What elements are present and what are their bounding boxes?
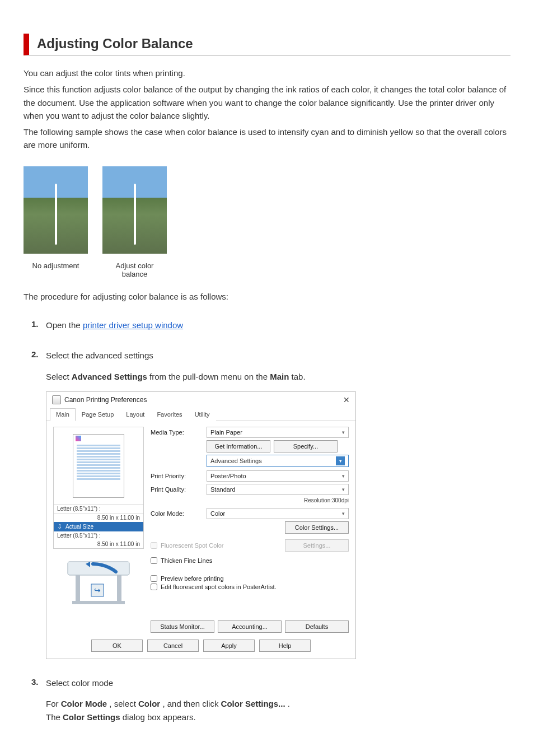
s3-b1: Color Mode xyxy=(61,699,107,708)
s3-t3: , and then click xyxy=(162,699,221,708)
cancel-button[interactable]: Cancel xyxy=(147,640,199,652)
media-type-select[interactable]: Plain Paper▾ xyxy=(207,427,349,438)
step3-head: Select color mode xyxy=(46,677,510,690)
step2-body-mid: from the pull-down menu on the xyxy=(149,372,270,381)
tab-layout[interactable]: Layout xyxy=(120,408,151,421)
fluorescent-spot-color-check xyxy=(151,542,157,549)
procedure-intro: The procedure for adjusting color balanc… xyxy=(24,292,510,301)
step2-body-end: tab. xyxy=(292,372,306,381)
preview-before-printing-check[interactable] xyxy=(151,575,157,582)
dialog-title: Canon Printing Preferences xyxy=(64,396,147,404)
step2-advanced-bold: Advanced Settings xyxy=(72,372,147,381)
printer-illustration: ↪ xyxy=(53,553,144,615)
print-quality-label: Print Quality: xyxy=(151,486,202,493)
s3-b3: Color Settings... xyxy=(221,699,285,708)
get-information-button[interactable]: Get Information... xyxy=(207,440,270,452)
down-arrow-icon: ⇩ xyxy=(57,523,62,530)
page-preview xyxy=(53,427,144,505)
sample-image-after xyxy=(102,166,167,254)
chevron-down-icon: ▾ xyxy=(336,456,345,465)
intro-p1: You can adjust the color tints when prin… xyxy=(24,67,510,80)
media-type-label: Media Type: xyxy=(151,429,202,436)
page-title: Adjusting Color Balance xyxy=(37,36,510,52)
thicken-fine-lines-label: Thicken Fine Lines xyxy=(161,557,212,564)
help-button[interactable]: Help xyxy=(259,640,311,652)
s3-b4: Color Settings xyxy=(63,712,120,722)
status-monitor-button[interactable]: Status Monitor... xyxy=(151,620,214,633)
app-icon xyxy=(52,395,61,404)
preview-before-printing-label: Preview before printing xyxy=(161,575,224,582)
settings-button: Settings... xyxy=(285,539,349,552)
s3-b2: Color xyxy=(138,699,160,708)
printer-driver-setup-link[interactable]: printer driver setup window xyxy=(83,320,183,330)
svg-rect-2 xyxy=(117,575,121,601)
intro-p2: Since this function adjusts color balanc… xyxy=(24,83,510,122)
step2-main-bold: Main xyxy=(270,372,289,381)
settings-mode-select[interactable]: Advanced Settings ▾ xyxy=(207,455,349,467)
paper-size-label-2: Letter (8.5"x11") : xyxy=(54,531,143,540)
s3-t6: dialog box appears. xyxy=(123,712,196,722)
s3-t2: , select xyxy=(109,699,138,708)
edit-fluorescent-posterartist-check[interactable] xyxy=(151,584,157,590)
svg-rect-3 xyxy=(72,601,125,604)
fluorescent-spot-color-label: Fluorescent Spot Color xyxy=(161,542,224,549)
step1-lead: Open the xyxy=(46,320,83,330)
svg-text:↪: ↪ xyxy=(94,586,101,595)
caption-before: No adjustment xyxy=(24,262,88,278)
close-icon[interactable]: ✕ xyxy=(343,395,350,404)
tab-utility[interactable]: Utility xyxy=(189,408,216,421)
intro-p3: The following sample shows the case when… xyxy=(24,125,510,152)
actual-size-row[interactable]: ⇩ Actual Size xyxy=(54,522,143,531)
s3-t5: The xyxy=(46,712,63,722)
color-mode-select[interactable]: Color▾ xyxy=(207,508,349,519)
color-mode-label: Color Mode: xyxy=(151,510,202,517)
s3-t4: . xyxy=(288,699,290,708)
print-priority-label: Print Priority: xyxy=(151,473,202,479)
printing-preferences-dialog: Canon Printing Preferences ✕ Main Page S… xyxy=(46,391,356,659)
tab-main[interactable]: Main xyxy=(50,408,76,421)
tab-favorites[interactable]: Favorites xyxy=(151,408,188,421)
tab-page-setup[interactable]: Page Setup xyxy=(76,408,120,421)
apply-button[interactable]: Apply xyxy=(203,640,255,652)
step2-body-pre: Select xyxy=(46,372,72,381)
print-quality-select[interactable]: Standard▾ xyxy=(207,484,349,495)
print-priority-select[interactable]: Poster/Photo▾ xyxy=(207,470,349,482)
caption-after: Adjust color balance xyxy=(102,262,167,278)
step2-head: Select the advanced settings xyxy=(46,349,510,362)
ok-button[interactable]: OK xyxy=(91,640,143,652)
accounting-button[interactable]: Accounting... xyxy=(218,620,282,633)
thicken-fine-lines-check[interactable] xyxy=(151,557,157,564)
s3-t1: For xyxy=(46,699,61,708)
color-settings-button[interactable]: Color Settings... xyxy=(285,521,349,534)
specify-button[interactable]: Specify... xyxy=(274,440,338,452)
defaults-button[interactable]: Defaults xyxy=(285,620,349,633)
svg-rect-1 xyxy=(76,575,80,601)
paper-size-label-1: Letter (8.5"x11") : xyxy=(54,505,143,514)
sample-image-before xyxy=(24,166,88,254)
paper-size-dim-2: 8.50 in x 11.00 in xyxy=(54,540,143,548)
resolution-label: Resolution:300dpi xyxy=(151,497,349,503)
edit-fluorescent-posterartist-label: Edit fluorescent spot colors in PosterAr… xyxy=(161,584,277,590)
paper-size-dim-1: 8.50 in x 11.00 in xyxy=(54,514,143,522)
